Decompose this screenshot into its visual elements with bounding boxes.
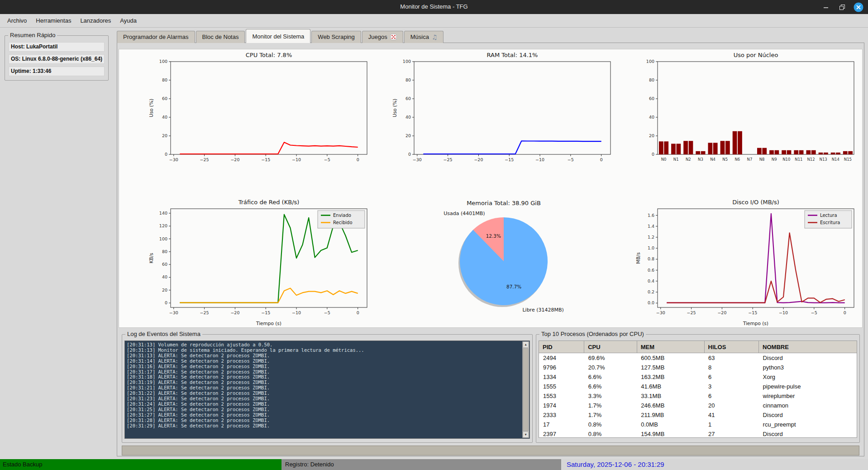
network-traffic-chart: Tráfico de Red (KB/s)KB/sTiempo (s)02040… (147, 198, 373, 330)
svg-text:0: 0 (600, 157, 603, 162)
svg-text:80: 80 (162, 77, 167, 82)
table-cell: 6 (704, 372, 759, 382)
svg-text:Tiempo (s): Tiempo (s) (256, 321, 281, 326)
svg-text:20: 20 (405, 133, 411, 138)
os-info: OS: Linux 6.8.0-88-generic (x86_64) (9, 54, 105, 64)
svg-text:1.4: 1.4 (648, 224, 654, 229)
svg-text:0: 0 (165, 152, 167, 157)
tab-música[interactable]: Música♫ (404, 31, 444, 43)
svg-text:MB/s: MB/s (635, 252, 641, 264)
column-header-mem[interactable]: MEM (637, 341, 704, 353)
svg-text:Disco I/O (MB/s): Disco I/O (MB/s) (732, 199, 779, 206)
column-header-pid[interactable]: PID (539, 341, 584, 353)
log-line: [20:31:13] ALERTA: Se detectaron 2 proce… (127, 353, 520, 359)
svg-text:80: 80 (162, 249, 167, 254)
table-cell: 2397 (539, 429, 584, 438)
svg-text:−10: −10 (292, 157, 301, 162)
svg-text:40: 40 (405, 115, 411, 120)
tab-label: Monitor del Sistema (252, 33, 304, 40)
table-cell: 1553 (539, 391, 584, 401)
event-log-terminal[interactable]: ▲ ▼ [20:31:13] Volumen de reproducción a… (124, 341, 530, 439)
scroll-up-icon[interactable]: ▲ (523, 341, 529, 348)
table-cell: Xorg (759, 372, 857, 382)
table-row[interactable]: 23331.7%211.9MB41Discord (539, 410, 857, 420)
svg-text:1.6: 1.6 (648, 213, 654, 218)
svg-text:N6: N6 (734, 157, 740, 162)
svg-text:Memoria Total: 38.90 GiB: Memoria Total: 38.90 GiB (467, 200, 541, 206)
tab-bloc-de-notas[interactable]: Bloc de Notas (196, 31, 245, 43)
table-cell: 154.9MB (637, 429, 704, 438)
svg-text:0.2: 0.2 (648, 289, 654, 294)
tab-label: Música (410, 34, 429, 40)
svg-text:20: 20 (162, 288, 167, 293)
svg-text:−20: −20 (474, 157, 483, 162)
disk-io-chart: Disco I/O (MB/s)MB/sTiempo (s)0.00.20.40… (634, 198, 860, 330)
svg-text:−15: −15 (261, 157, 270, 162)
table-cell: 127.5MB (637, 363, 704, 372)
table-cell: 2333 (539, 410, 584, 420)
table-row[interactable]: 15533.3%33.1MB6wireplumber (539, 391, 857, 401)
tab-juegos[interactable]: Juegos (362, 31, 403, 43)
quick-summary-title: Resumen Rápido (8, 32, 57, 38)
column-header-hilos[interactable]: HILOS (704, 341, 759, 353)
svg-text:12.3%: 12.3% (486, 233, 501, 239)
log-line: [20:31:14] ALERTA: Se detectaron 2 proce… (127, 359, 520, 364)
log-scrollbar[interactable]: ▲ ▼ (522, 341, 529, 438)
tab-label: Web Scraping (318, 34, 354, 40)
minimize-button[interactable] (821, 2, 831, 12)
backup-progress: Estado Backup (0, 459, 281, 470)
tab-programador-de-alarmas[interactable]: Programador de Alarmas (117, 31, 195, 43)
table-row[interactable]: 979620.7%127.5MB8python3 (539, 363, 857, 372)
svg-text:Libre (31428MB): Libre (31428MB) (522, 307, 563, 313)
menu-archivo[interactable]: Archivo (3, 15, 31, 26)
column-header-cpu[interactable]: CPU (584, 341, 637, 353)
svg-text:0: 0 (408, 152, 411, 157)
top-processes-title: Top 10 Procesos (Ordenados por CPU) (539, 331, 646, 337)
table-cell: 1555 (539, 382, 584, 391)
svg-text:80: 80 (405, 77, 411, 82)
restore-button[interactable] (837, 2, 847, 12)
table-cell: 1974 (539, 401, 584, 410)
process-table-wrap: PIDCPUMEMHILOSNOMBRE249469.6%600.5MB63Di… (539, 341, 857, 438)
svg-text:N2: N2 (686, 157, 691, 162)
event-log-group: Log de Eventos del Sistema ▲ ▼ [20:31:13… (122, 334, 533, 443)
table-row[interactable]: 170.8%0.0MB1rcu_preempt (539, 420, 857, 429)
uptime-info: Uptime: 1:33:46 (9, 67, 105, 76)
menu-herramientas[interactable]: Herramientas (31, 15, 76, 26)
svg-text:N5: N5 (722, 157, 728, 162)
close-button[interactable] (854, 2, 863, 12)
svg-text:Recibido: Recibido (333, 220, 353, 225)
table-row[interactable]: 249469.6%600.5MB63Discord (539, 353, 857, 363)
svg-text:−30: −30 (656, 310, 665, 315)
svg-text:N14: N14 (832, 157, 839, 162)
table-cell: rcu_preempt (759, 420, 857, 429)
event-log-title: Log de Eventos del Sistema (125, 331, 202, 337)
svg-text:−25: −25 (444, 157, 453, 162)
host-info: Host: LukaPortatil (9, 42, 105, 52)
core-usage-chart: Uso por Núcleo020406080100N0N1N2N3N4N5N6… (634, 51, 860, 168)
menu-lanzadores[interactable]: Lanzadores (76, 15, 115, 26)
table-cell: 6.6% (584, 372, 637, 382)
table-cell: 1334 (539, 372, 584, 382)
svg-text:N1: N1 (673, 157, 679, 162)
svg-text:N7: N7 (747, 157, 753, 162)
table-row[interactable]: 13346.6%163.2MB6Xorg (539, 372, 857, 382)
tab-label: Juegos (368, 34, 387, 40)
svg-text:N13: N13 (820, 157, 827, 162)
svg-text:0.0: 0.0 (648, 300, 654, 305)
column-header-nombre[interactable]: NOMBRE (759, 341, 857, 353)
table-row[interactable]: 15556.6%41.6MB3pipewire-pulse (539, 382, 857, 391)
scroll-down-icon[interactable]: ▼ (523, 432, 529, 438)
scrollbar-thumb[interactable] (523, 348, 529, 431)
svg-text:Escritura: Escritura (820, 220, 840, 225)
dice-icon (390, 34, 397, 40)
progress-bar-empty (122, 446, 859, 456)
table-row[interactable]: 23970.8%154.9MB27Discord (539, 429, 857, 438)
tab-monitor-del-sistema[interactable]: Monitor del Sistema (246, 29, 310, 43)
tab-web-scraping[interactable]: Web Scraping (311, 31, 361, 43)
svg-text:−25: −25 (200, 157, 209, 162)
menu-ayuda[interactable]: Ayuda (115, 15, 141, 26)
table-row[interactable]: 19741.7%246.6MB20cinnamon (539, 401, 857, 410)
svg-text:0.8: 0.8 (648, 256, 654, 261)
svg-text:KB/s: KB/s (148, 253, 154, 263)
